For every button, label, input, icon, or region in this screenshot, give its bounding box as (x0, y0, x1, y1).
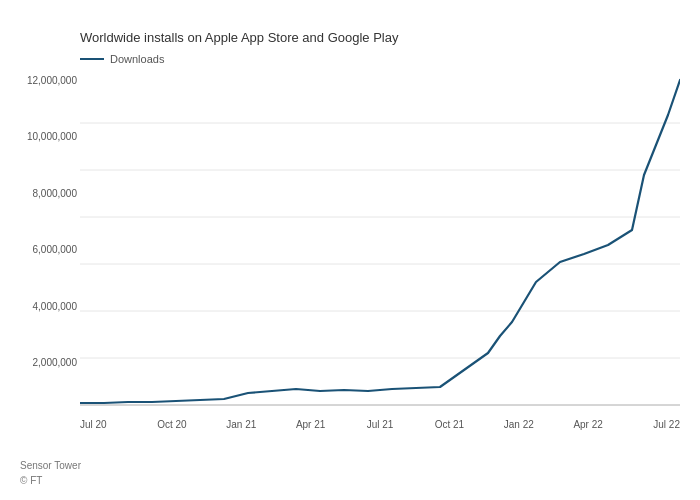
legend-line-icon (80, 58, 104, 60)
y-label-6m: 6,000,000 (12, 244, 77, 255)
x-label-jul20: Jul 20 (80, 419, 125, 430)
brand-label: © FT (20, 473, 81, 488)
y-label-4m: 4,000,000 (12, 301, 77, 312)
x-label-jan21: Jan 21 (219, 419, 264, 430)
y-label-12m: 12,000,000 (12, 75, 77, 86)
x-axis-labels: Jul 20 Oct 20 Jan 21 Apr 21 Jul 21 Oct 2… (80, 419, 680, 430)
chart-area: 2,000,000 4,000,000 6,000,000 8,000,000 … (80, 75, 680, 415)
chart-svg (80, 75, 680, 415)
x-label-oct20: Oct 20 (149, 419, 194, 430)
x-label-jul21: Jul 21 (358, 419, 403, 430)
y-label-8m: 8,000,000 (12, 188, 77, 199)
x-label-jul22: Jul 22 (635, 419, 680, 430)
x-label-apr22: Apr 22 (566, 419, 611, 430)
source-label: Sensor Tower (20, 458, 81, 473)
x-label-apr21: Apr 21 (288, 419, 333, 430)
legend-label: Downloads (110, 53, 164, 65)
y-label-10m: 10,000,000 (12, 131, 77, 142)
chart-title: Worldwide installs on Apple App Store an… (80, 30, 680, 45)
chart-container: Worldwide installs on Apple App Store an… (0, 0, 700, 500)
downloads-line (80, 80, 680, 403)
x-label-oct21: Oct 21 (427, 419, 472, 430)
chart-footer: Sensor Tower © FT (20, 458, 81, 488)
x-label-jan22: Jan 22 (496, 419, 541, 430)
y-label-2m: 2,000,000 (12, 357, 77, 368)
chart-legend: Downloads (80, 53, 680, 65)
